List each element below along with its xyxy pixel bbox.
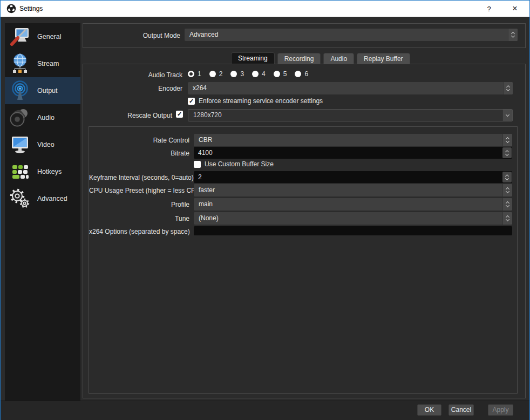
profile-select[interactable]: main (194, 198, 512, 211)
bitrate-input[interactable]: 4100 (194, 147, 512, 159)
output-tabbar: Streaming Recording Audio Replay Buffer (231, 52, 410, 64)
spinner-icon[interactable] (502, 147, 512, 158)
rate-control-select[interactable]: CBR (194, 134, 512, 146)
dialog-footer: OK Cancel Apply (1, 401, 529, 420)
checkbox-icon[interactable]: ✓ (188, 98, 195, 105)
keyframe-interval-label: Keyframe Interval (seconds, 0=auto) (89, 174, 189, 181)
tune-label: Tune (89, 215, 189, 222)
sidebar-item-general[interactable]: General (5, 23, 80, 50)
rescale-output-label: Rescale Output (83, 112, 172, 119)
audio-track-option-6[interactable]: 6 (295, 70, 308, 78)
hotkeys-icon (9, 161, 31, 182)
sidebar-item-label: Output (37, 87, 58, 94)
spinner-icon[interactable] (502, 198, 512, 211)
custom-buffer-checkbox-row[interactable]: ✓ Use Custom Buffer Size (194, 160, 274, 168)
audio-track-option-3[interactable]: 3 (230, 70, 244, 78)
streaming-tab-pane: Audio Track 1 2 3 4 5 6 Encoder (83, 64, 526, 398)
help-button[interactable]: ? (480, 1, 498, 17)
keyframe-interval-value: 2 (198, 173, 202, 181)
titlebar[interactable]: Settings ? × (1, 1, 529, 17)
tab-recording[interactable]: Recording (277, 53, 321, 64)
rate-control-label: Rate Control (89, 137, 189, 144)
profile-value: main (199, 200, 213, 208)
rate-control-value: CBR (199, 136, 212, 144)
audio-track-option-4[interactable]: 4 (252, 70, 266, 78)
cpu-preset-value: faster (199, 186, 215, 194)
encoder-settings-group: Rate Control CBR Bitrate 4100 ✓ (89, 126, 518, 394)
settings-sidebar: General Stream (5, 23, 80, 401)
encoder-label: Encoder (83, 85, 182, 92)
tab-audio[interactable]: Audio (323, 53, 354, 64)
output-mode-label: Output Mode (83, 32, 180, 39)
advanced-icon (9, 188, 31, 209)
sidebar-item-video[interactable]: Video (5, 131, 80, 158)
sidebar-item-audio[interactable]: Audio (5, 104, 80, 131)
cpu-preset-label: CPU Usage Preset (higher = less CPU) (89, 187, 189, 194)
stream-icon (9, 53, 31, 74)
spinner-icon[interactable] (508, 29, 518, 41)
radio-icon[interactable] (230, 71, 237, 77)
sidebar-item-label: General (37, 33, 61, 40)
bitrate-label: Bitrate (89, 150, 189, 157)
output-mode-value: Advanced (189, 31, 218, 38)
cpu-preset-select[interactable]: faster (194, 184, 512, 197)
apply-button[interactable]: Apply (488, 404, 513, 416)
spinner-icon[interactable] (502, 172, 512, 182)
close-button[interactable]: × (506, 1, 524, 17)
encoder-select[interactable]: x264 (188, 82, 513, 94)
ok-button[interactable]: OK (417, 404, 441, 416)
rescale-resolution-value: 1280x720 (193, 111, 222, 119)
radio-icon[interactable] (188, 71, 194, 77)
radio-icon[interactable] (274, 71, 280, 77)
settings-window: Settings ? × General (0, 0, 530, 420)
chevron-down-icon (506, 189, 509, 193)
radio-icon[interactable] (295, 71, 301, 77)
profile-label: Profile (89, 201, 189, 208)
spinner-icon[interactable] (503, 82, 513, 94)
audio-track-option-2[interactable]: 2 (209, 70, 223, 78)
sidebar-item-label: Audio (37, 114, 55, 121)
sidebar-item-output[interactable]: Output (5, 77, 80, 104)
x264-options-label: x264 Options (separated by space) (89, 228, 189, 235)
x264-options-input[interactable] (194, 226, 512, 235)
spinner-icon[interactable] (502, 184, 512, 197)
radio-label: 4 (262, 70, 266, 78)
sidebar-item-hotkeys[interactable]: Hotkeys (5, 158, 80, 185)
keyframe-interval-input[interactable]: 2 (194, 171, 512, 183)
radio-label: 5 (283, 70, 287, 78)
custom-buffer-label: Use Custom Buffer Size (205, 160, 274, 168)
audio-track-radio-group: 1 2 3 4 5 6 (188, 70, 316, 78)
dropdown-icon[interactable] (502, 110, 512, 121)
rescale-resolution-select[interactable]: 1280x720 (188, 109, 513, 121)
audio-track-option-1[interactable]: 1 (188, 70, 201, 78)
sidebar-item-label: Video (37, 141, 55, 148)
radio-icon[interactable] (209, 71, 216, 77)
spinner-icon[interactable] (502, 134, 512, 146)
tune-select[interactable]: (None) (194, 212, 512, 225)
enforce-encoder-settings-checkbox-row[interactable]: ✓ Enforce streaming service encoder sett… (188, 97, 323, 105)
cancel-button[interactable]: Cancel (449, 404, 474, 416)
radio-label: 2 (219, 70, 223, 78)
output-mode-select[interactable]: Advanced (185, 29, 518, 41)
enforce-encoder-settings-label: Enforce streaming service encoder settin… (199, 97, 323, 105)
chevron-down-icon (506, 113, 509, 117)
sidebar-item-label: Advanced (37, 195, 67, 202)
radio-label: 1 (198, 70, 201, 78)
rescale-checkbox-icon[interactable]: ✓ (176, 111, 183, 118)
output-mode-section: Output Mode Advanced (83, 23, 526, 48)
radio-icon[interactable] (252, 71, 259, 77)
tune-value: (None) (199, 214, 219, 222)
encoder-value: x264 (193, 84, 207, 92)
tab-replay-buffer[interactable]: Replay Buffer (357, 53, 410, 64)
audio-track-option-5[interactable]: 5 (274, 70, 287, 78)
spinner-icon[interactable] (502, 212, 512, 225)
checkbox-icon[interactable]: ✓ (194, 161, 201, 168)
tab-streaming[interactable]: Streaming (231, 52, 275, 64)
obs-logo-icon (6, 4, 16, 13)
sidebar-item-label: Hotkeys (37, 168, 62, 175)
chevron-down-icon (511, 34, 515, 38)
sidebar-item-stream[interactable]: Stream (5, 50, 80, 77)
sidebar-item-advanced[interactable]: Advanced (5, 185, 80, 212)
output-icon (9, 80, 31, 101)
audio-track-label: Audio Track (83, 71, 182, 79)
